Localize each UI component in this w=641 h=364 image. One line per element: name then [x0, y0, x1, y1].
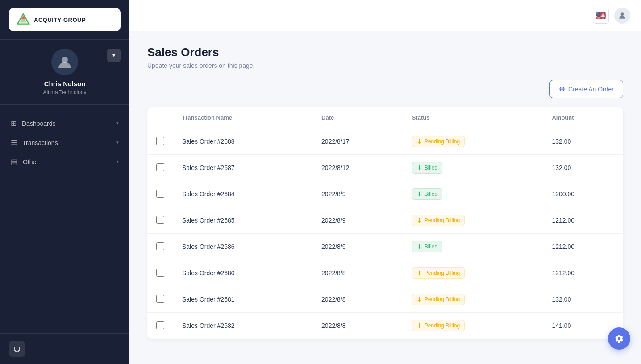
- avatar-icon: [57, 54, 73, 70]
- col-date: Date: [312, 107, 403, 128]
- row-status: ⬇ Pending Billing: [403, 207, 543, 234]
- sidebar-item-label: Dashboards: [22, 120, 56, 127]
- row-checkbox-cell: [147, 128, 173, 155]
- chevron-down-icon: ▾: [116, 140, 119, 145]
- row-date: 2022/8/9: [312, 181, 403, 207]
- row-select-checkbox[interactable]: [156, 137, 164, 145]
- logo-box: ACQUITY GROUP: [9, 8, 121, 31]
- language-selector[interactable]: 🇺🇸: [593, 8, 609, 24]
- status-badge: ⬇ Billed: [412, 188, 442, 200]
- row-transaction-name: Sales Order #2688: [173, 128, 312, 155]
- row-status: ⬇ Billed: [403, 155, 543, 181]
- row-checkbox-cell: [147, 181, 173, 207]
- row-transaction-name: Sales Order #2686: [173, 234, 312, 260]
- status-badge: ⬇ Pending Billing: [412, 215, 465, 226]
- row-status: ⬇ Pending Billing: [403, 260, 543, 286]
- status-badge: ⬇ Pending Billing: [412, 136, 465, 147]
- row-select-checkbox[interactable]: [156, 216, 164, 224]
- table-row: Sales Order #2684 2022/8/9 ⬇ Billed 1200…: [147, 181, 623, 207]
- row-transaction-name: Sales Order #2687: [173, 155, 312, 181]
- row-checkbox-cell: [147, 260, 173, 286]
- table-scroll-area[interactable]: Transaction Name Date Status Amount Sale…: [147, 107, 623, 339]
- row-transaction-name: Sales Order #2680: [173, 260, 312, 286]
- row-select-checkbox[interactable]: [156, 163, 164, 171]
- sidebar-item-label: Other: [23, 158, 38, 165]
- user-company: Altima Technology: [43, 89, 86, 95]
- page-subtitle: Update your sales orders on this page.: [147, 62, 623, 69]
- logo-icon: [16, 12, 30, 27]
- row-status: ⬇ Pending Billing: [403, 128, 543, 155]
- power-button[interactable]: ⏻: [9, 341, 25, 357]
- chevron-down-icon: ▾: [116, 120, 119, 126]
- avatar: [51, 49, 78, 75]
- user-toggle-button[interactable]: ▾: [107, 49, 121, 62]
- row-transaction-name: Sales Order #2685: [173, 207, 312, 234]
- profile-button[interactable]: [614, 8, 630, 24]
- table-row: Sales Order #2681 2022/8/8 ⬇ Pending Bil…: [147, 286, 623, 313]
- svg-point-4: [621, 12, 624, 16]
- page-actions: ⊕ Create An Order: [147, 80, 623, 98]
- logo-text: ACQUITY GROUP: [34, 17, 86, 23]
- chevron-down-icon: ▾: [116, 159, 119, 165]
- svg-point-3: [62, 57, 68, 63]
- row-amount: 132.00: [543, 286, 623, 313]
- sidebar-footer: ⏻: [0, 333, 129, 364]
- sidebar-user-section: ▾ Chris Nelson Altima Technology: [0, 40, 129, 105]
- col-checkbox: [147, 107, 173, 128]
- list-icon: ▤: [11, 157, 17, 166]
- sidebar-item-dashboards[interactable]: ⊞ Dashboards ▾: [0, 114, 129, 133]
- row-select-checkbox[interactable]: [156, 242, 164, 250]
- status-badge: ⬇ Pending Billing: [412, 267, 465, 279]
- page-header: Sales Orders Update your sales orders on…: [147, 46, 623, 69]
- create-btn-label: Create An Order: [568, 86, 614, 93]
- row-amount: 132.00: [543, 155, 623, 181]
- row-date: 2022/8/9: [312, 207, 403, 234]
- row-select-checkbox[interactable]: [156, 321, 164, 329]
- row-checkbox-cell: [147, 234, 173, 260]
- row-date: 2022/8/9: [312, 234, 403, 260]
- row-status: ⬇ Pending Billing: [403, 286, 543, 313]
- settings-fab-button[interactable]: [608, 327, 630, 350]
- row-select-checkbox[interactable]: [156, 190, 164, 198]
- row-transaction-name: Sales Order #2684: [173, 181, 312, 207]
- status-badge: ⬇ Billed: [412, 241, 442, 252]
- sidebar-item-transactions[interactable]: ☰ Transactions ▾: [0, 133, 129, 152]
- sidebar: ACQUITY GROUP ▾ Chris Nelson Altima Tech…: [0, 0, 129, 364]
- table-row: Sales Order #2680 2022/8/8 ⬇ Pending Bil…: [147, 260, 623, 286]
- row-checkbox-cell: [147, 207, 173, 234]
- sidebar-item-other[interactable]: ▤ Other ▾: [0, 152, 129, 171]
- sales-orders-table-card: Transaction Name Date Status Amount Sale…: [147, 107, 623, 339]
- col-transaction-name: Transaction Name: [173, 107, 312, 128]
- table-header-row: Transaction Name Date Status Amount: [147, 107, 623, 128]
- page-body: Sales Orders Update your sales orders on…: [129, 31, 641, 364]
- plus-icon: ⊕: [559, 85, 565, 93]
- sales-orders-table: Transaction Name Date Status Amount Sale…: [147, 107, 623, 339]
- create-order-button[interactable]: ⊕ Create An Order: [549, 80, 623, 98]
- row-amount: 1212.00: [543, 207, 623, 234]
- row-checkbox-cell: [147, 286, 173, 313]
- row-amount: 1212.00: [543, 260, 623, 286]
- row-checkbox-cell: [147, 313, 173, 339]
- topbar: 🇺🇸: [129, 0, 641, 31]
- table-row: Sales Order #2685 2022/8/9 ⬇ Pending Bil…: [147, 207, 623, 234]
- row-select-checkbox[interactable]: [156, 295, 164, 303]
- status-badge: ⬇ Pending Billing: [412, 294, 465, 305]
- flag-icon: 🇺🇸: [596, 11, 606, 21]
- main-content: 🇺🇸 Sales Orders Update your sales orders…: [129, 0, 641, 364]
- table-row: Sales Order #2688 2022/8/17 ⬇ Pending Bi…: [147, 128, 623, 155]
- grid-icon: ⊞: [11, 119, 17, 128]
- user-name: Chris Nelson: [44, 80, 86, 87]
- row-date: 2022/8/12: [312, 155, 403, 181]
- status-badge: ⬇ Billed: [412, 162, 442, 174]
- page-title: Sales Orders: [147, 46, 623, 59]
- row-amount: 1212.00: [543, 234, 623, 260]
- row-amount: 132.00: [543, 128, 623, 155]
- table-row: Sales Order #2687 2022/8/12 ⬇ Billed 132…: [147, 155, 623, 181]
- doc-icon: ☰: [11, 138, 17, 147]
- row-select-checkbox[interactable]: [156, 269, 164, 277]
- col-status: Status: [403, 107, 543, 128]
- table-row: Sales Order #2686 2022/8/9 ⬇ Billed 1212…: [147, 234, 623, 260]
- row-checkbox-cell: [147, 155, 173, 181]
- status-badge: ⬇ Pending Billing: [412, 320, 465, 331]
- row-date: 2022/8/8: [312, 313, 403, 339]
